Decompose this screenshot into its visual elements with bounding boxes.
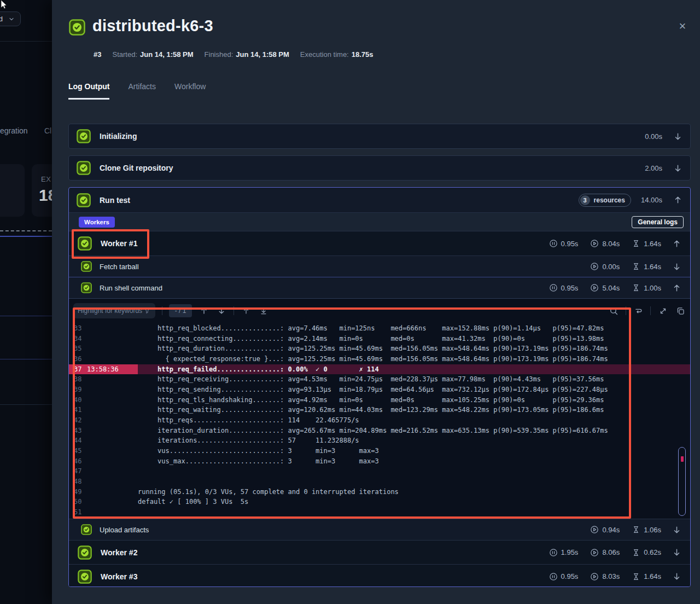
wait-duration: 1.00s	[632, 283, 661, 292]
close-icon[interactable]: ×	[676, 20, 689, 33]
step-row-fetch-tarball[interactable]: Fetch tarball 0.00s 1.64s	[69, 255, 690, 277]
log-line-text: http_req_waiting...............: avg=120…	[138, 405, 604, 415]
log-line-timestamp: 13:58:36	[87, 364, 138, 375]
terminal-toolbar: - / 1	[73, 303, 686, 319]
background-nav-tab-left[interactable]: egration	[0, 126, 28, 135]
log-line: 51	[69, 507, 690, 518]
log-line-text: http_req_connecting............: avg=2.1…	[138, 334, 604, 344]
log-line: 38 http_req_receiving.............: avg=…	[69, 374, 690, 385]
background-dropdown[interactable]: d	[0, 11, 21, 26]
log-line-timestamp	[87, 405, 138, 415]
log-line-number: 44	[69, 435, 87, 446]
chevron-down-icon[interactable]	[672, 572, 681, 581]
run-duration: 0.00s	[590, 262, 620, 271]
match-counter: - / 1	[169, 304, 192, 317]
worker-row-3[interactable]: Worker #3 0.95s 8.03s 1.64s	[69, 564, 690, 587]
log-line: 46 vus_max........................: 3 mi…	[69, 456, 690, 467]
pause-circle-icon	[549, 283, 558, 292]
log-line-text: http_req_receiving.............: avg=4.5…	[138, 374, 604, 385]
step-label: Clone Git repository	[100, 164, 173, 172]
resources-badge[interactable]: 3 resources	[579, 194, 631, 207]
log-line-text: http_req_duration..............: avg=125…	[138, 344, 608, 354]
search-icon[interactable]	[608, 305, 619, 316]
log-line-number: 34	[69, 334, 87, 344]
log-line: 50default ✓ [ 100% ] 3 VUs 5s	[69, 497, 690, 507]
wrap-lines-icon[interactable]	[633, 305, 644, 316]
queued-duration: 0.95s	[549, 283, 579, 292]
tab-log-output[interactable]: Log Output	[68, 82, 109, 100]
copy-icon[interactable]	[675, 305, 686, 316]
worker-row-2[interactable]: Worker #2 1.95s 8.06s 0.62s	[69, 540, 690, 564]
background-card	[0, 164, 25, 217]
workers-filter-button[interactable]: Workers	[79, 217, 115, 228]
scroll-to-top-icon[interactable]	[241, 305, 252, 316]
run-duration: 0.94s	[590, 525, 620, 534]
step-label: Run test	[100, 196, 130, 205]
worker-label: Worker #1	[101, 239, 137, 248]
log-line: 39 http_req_sending...............: avg=…	[69, 385, 690, 395]
run-duration: 8.06s	[590, 548, 620, 557]
log-line-text: http_req_failed................: 0.00% ✓…	[138, 364, 379, 375]
scroll-to-bottom-icon[interactable]	[258, 305, 269, 316]
chevron-up-icon[interactable]	[672, 239, 681, 248]
success-status-icon	[78, 236, 92, 251]
chevron-down-icon[interactable]	[672, 548, 681, 557]
log-line-text: vus............................: 3 min=3…	[138, 446, 379, 456]
success-status-icon	[69, 19, 85, 36]
chevron-down-icon[interactable]	[673, 164, 682, 173]
log-line-highlighted: 3713:58:36 http_req_failed..............…	[69, 364, 690, 375]
log-line: 45 vus............................: 3 mi…	[69, 446, 690, 456]
log-line-timestamp	[87, 395, 138, 405]
finished-meta: Finished: Jun 14, 1:58 PM	[205, 50, 289, 59]
keyword-search-input[interactable]	[78, 307, 143, 315]
hourglass-icon	[632, 262, 640, 271]
log-line: 49running (05.1s), 0/3 VUs, 57 complete …	[69, 487, 690, 497]
chevron-down-icon[interactable]	[672, 525, 681, 535]
terminal-panel: - / 1 33 http_req_blocked...............…	[69, 298, 690, 519]
step-row-run-shell-command[interactable]: Run shell command 0.95s 5.04s 1.00s	[69, 277, 690, 298]
log-line-number: 41	[69, 405, 87, 415]
queued-duration: 1.95s	[549, 548, 579, 557]
error-marker	[681, 456, 684, 462]
success-status-icon	[77, 161, 91, 175]
step-label: Initializing	[100, 132, 137, 141]
worker-row-1[interactable]: Worker #1 0.95s 8.04s 1.64s	[69, 231, 690, 255]
success-status-icon	[78, 545, 92, 560]
log-line-number: 45	[69, 446, 87, 456]
success-status-icon	[77, 193, 91, 207]
log-line-number: 48	[69, 477, 87, 487]
chevron-down-icon[interactable]	[673, 132, 682, 141]
terminal-scrollbar[interactable]	[678, 447, 686, 516]
log-line-text: http_req_sending...............: avg=93.…	[138, 385, 608, 395]
run-meta: #3 Started: Jun 14, 1:58 PM Finished: Ju…	[94, 50, 373, 59]
started-label: Started:	[112, 50, 137, 59]
chevron-up-icon[interactable]	[673, 195, 682, 205]
chevron-down-icon[interactable]	[672, 262, 681, 271]
log-line-number: 40	[69, 395, 87, 405]
log-line-number: 46	[69, 456, 87, 467]
execution-time-label: Execution time:	[300, 50, 349, 59]
log-line-timestamp	[87, 426, 138, 436]
chevron-up-icon[interactable]	[672, 283, 681, 293]
success-status-icon	[81, 524, 92, 535]
fullscreen-icon[interactable]	[657, 305, 668, 316]
step-row-clone-git[interactable]: Clone Git repository 2.00s	[68, 155, 691, 181]
finished-value: Jun 14, 1:58 PM	[236, 50, 289, 59]
log-line-timestamp	[87, 487, 138, 497]
tab-workflow[interactable]: Workflow	[174, 82, 206, 100]
hourglass-icon	[632, 548, 640, 557]
background-nav-tab-right[interactable]: Cl	[44, 126, 51, 135]
keyword-search-box[interactable]	[73, 303, 155, 318]
background-dashed-line	[0, 230, 52, 231]
step-row-upload-artifacts[interactable]: Upload artifacts 0.94s 1.06s	[69, 519, 690, 540]
general-logs-button[interactable]: General logs	[632, 216, 684, 228]
step-row-run-test[interactable]: Run test 3 resources 14.00s	[69, 188, 690, 212]
tab-artifacts[interactable]: Artifacts	[128, 82, 156, 100]
pause-circle-icon	[549, 548, 558, 557]
wait-duration: 1.64s	[632, 239, 661, 248]
log-line: 40 http_req_tls_handshaking.......: avg=…	[69, 395, 690, 405]
step-row-initializing[interactable]: Initializing 0.00s	[68, 124, 691, 149]
next-match-icon[interactable]	[216, 305, 227, 316]
background-stat-label: EX	[41, 175, 51, 183]
prev-match-icon[interactable]	[199, 305, 209, 316]
